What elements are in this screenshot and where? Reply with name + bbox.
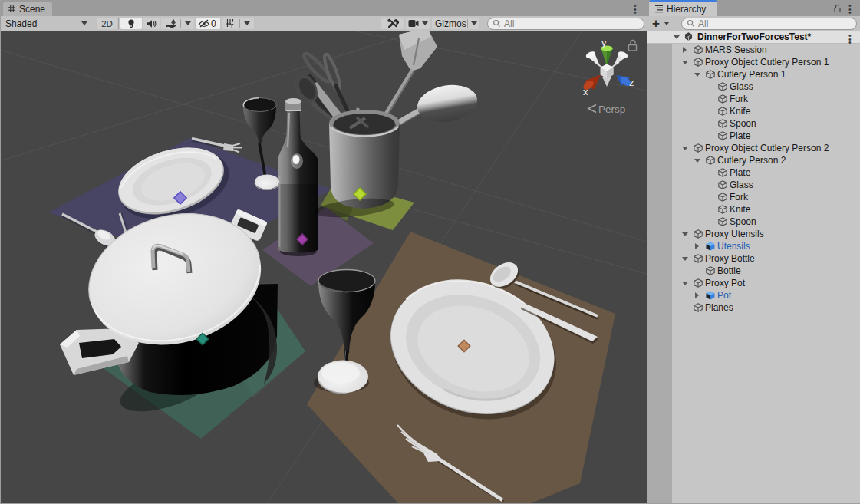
svg-text:Persp: Persp <box>598 104 625 115</box>
svg-text:y: y <box>601 37 607 48</box>
svg-text:x: x <box>583 86 588 97</box>
svg-text:z: z <box>629 77 634 88</box>
